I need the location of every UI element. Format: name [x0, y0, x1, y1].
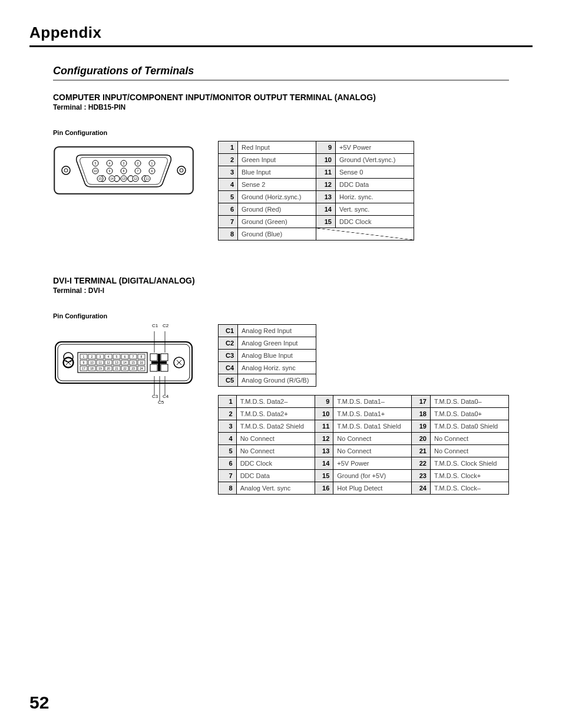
- svg-point-5: [180, 169, 183, 172]
- hdb15-connector-diagram: 54321 109876 1514131211: [53, 141, 194, 202]
- pin-number: 22: [412, 457, 431, 470]
- svg-text:3: 3: [123, 162, 125, 165]
- dvi-connector-diagram: C1 C2 C3 C4 C5: [53, 324, 194, 409]
- svg-text:7: 7: [133, 355, 134, 358]
- pin-desc: +5V Power: [333, 457, 412, 470]
- pin-number: C3: [219, 350, 238, 362]
- svg-rect-105: [150, 364, 157, 371]
- pin-number: 1: [219, 141, 238, 154]
- pin-desc: T.M.D.S. Data2 Shield: [236, 420, 315, 433]
- svg-text:9: 9: [83, 361, 85, 364]
- pin-desc: No Connect: [333, 445, 412, 457]
- pin-number: 23: [412, 470, 431, 482]
- svg-text:1: 1: [83, 355, 85, 358]
- pin-desc: Analog Horiz. sync: [238, 362, 316, 374]
- pin-number: 17: [412, 396, 431, 408]
- svg-text:5: 5: [95, 162, 97, 165]
- svg-text:6: 6: [151, 169, 153, 173]
- table-row: 3T.M.D.S. Data2 Shield 11T.M.D.S. Data1 …: [219, 420, 509, 433]
- table-row: C4Analog Horiz. sync: [219, 362, 316, 374]
- table-row: 2 Green Input 10 Ground (Vert.sync.): [219, 154, 414, 166]
- pin-desc: DDC Data: [336, 179, 414, 191]
- pin-desc: Vert. sync.: [336, 203, 414, 216]
- table-row: 1T.M.D.S. Data2– 9T.M.D.S. Data1– 17T.M.…: [219, 396, 509, 408]
- table-row: 5No Connect 13No Connect 21No Connect: [219, 445, 509, 457]
- table-row: C5Analog Ground (R/G/B): [219, 374, 316, 387]
- pin-number: C5: [219, 374, 238, 387]
- pin-number: 2: [219, 408, 237, 420]
- pin-number: 21: [412, 445, 431, 457]
- pin-number: 1: [219, 396, 237, 408]
- pin-number: 4: [219, 179, 238, 191]
- table-row: 5 Ground (Horiz.sync.) 13 Horiz. sync.: [219, 191, 414, 203]
- pin-number: 10: [316, 154, 336, 166]
- pin-number: 18: [412, 408, 431, 420]
- pin-number: 5: [219, 191, 238, 203]
- pin-desc: DDC Clock: [336, 216, 414, 228]
- svg-text:10: 10: [94, 169, 97, 173]
- pin-desc: T.M.D.S. Data1 Shield: [333, 420, 412, 433]
- table-row: 4No Connect 12No Connect 20No Connect: [219, 433, 509, 445]
- svg-text:4: 4: [108, 355, 110, 358]
- empty-cell: [316, 228, 414, 241]
- pin-desc: No Connect: [333, 433, 412, 445]
- dvi-cap-c5: C5: [158, 400, 164, 405]
- svg-text:9: 9: [109, 169, 111, 173]
- pin-number: 8: [219, 228, 238, 241]
- pin-desc: DDC Data: [236, 470, 315, 482]
- svg-text:8: 8: [123, 169, 125, 173]
- svg-text:23: 23: [131, 367, 135, 370]
- svg-text:11: 11: [98, 361, 102, 364]
- pin-desc: No Connect: [431, 433, 509, 445]
- dvi-cap-c4: C4: [163, 394, 168, 399]
- table-row: 3 Blue Input 11 Sense 0: [219, 166, 414, 179]
- svg-text:14: 14: [123, 361, 127, 364]
- svg-text:4: 4: [109, 162, 111, 165]
- pin-number: 20: [412, 433, 431, 445]
- svg-text:24: 24: [140, 367, 143, 370]
- pin-number: C4: [219, 362, 238, 374]
- svg-text:15: 15: [131, 361, 135, 364]
- pin-desc: T.M.D.S. Data2+: [236, 408, 315, 420]
- pin-desc: Ground (Blue): [238, 228, 316, 241]
- pin-desc: Analog Red Input: [238, 325, 316, 337]
- svg-text:18: 18: [90, 367, 94, 370]
- svg-text:2: 2: [91, 355, 93, 358]
- pin-number: 14: [315, 457, 333, 470]
- svg-rect-103: [150, 354, 157, 361]
- pin-number: 15: [315, 470, 333, 482]
- dvi-pin-table: 1T.M.D.S. Data2– 9T.M.D.S. Data1– 17T.M.…: [218, 395, 509, 495]
- pin-desc: T.M.D.S. Clock–: [431, 482, 509, 495]
- pin-number: 6: [219, 203, 238, 216]
- hdb15-pinconfig-label: Pin Configuration: [53, 129, 509, 136]
- pin-desc: T.M.D.S. Data2–: [236, 396, 315, 408]
- pin-desc: Sense 0: [336, 166, 414, 179]
- chapter-rule: [29, 45, 533, 47]
- table-row: C3Analog Blue Input: [219, 350, 316, 362]
- svg-text:12: 12: [107, 361, 110, 364]
- table-row: 8 Ground (Blue): [219, 228, 414, 241]
- section-title: Configurations of Terminals: [53, 65, 509, 77]
- pin-number: 8: [219, 482, 237, 495]
- svg-rect-108: [151, 361, 167, 364]
- pin-desc: Analog Vert. sync: [236, 482, 315, 495]
- dvi-heading: DVI-I TERMINAL (DIGITAL/ANALOG): [53, 276, 509, 285]
- pin-number: 5: [219, 445, 237, 457]
- table-row: 7 Ground (Green) 15 DDC Clock: [219, 216, 414, 228]
- dvi-terminal: Terminal : DVI-I: [53, 286, 509, 295]
- table-row: 8Analog Vert. sync 16Hot Plug Detect 24T…: [219, 482, 509, 495]
- hdb15-heading: COMPUTER INPUT/COMPONENT INPUT/MONITOR O…: [53, 93, 509, 102]
- svg-text:10: 10: [90, 361, 94, 364]
- pin-desc: T.M.D.S. Clock Shield: [431, 457, 509, 470]
- pin-desc: No Connect: [236, 433, 315, 445]
- pin-desc: Analog Ground (R/G/B): [238, 374, 316, 387]
- pin-number: 2: [219, 154, 238, 166]
- pin-desc: No Connect: [236, 445, 315, 457]
- svg-text:14: 14: [110, 177, 114, 180]
- pin-desc: T.M.D.S. Data1–: [333, 396, 412, 408]
- pin-desc: Ground (Horiz.sync.): [238, 191, 316, 203]
- dvi-pinconfig-label: Pin Configuration: [53, 312, 509, 319]
- pin-number: 3: [219, 420, 237, 433]
- svg-text:2: 2: [137, 162, 139, 165]
- section-rule: [53, 80, 509, 81]
